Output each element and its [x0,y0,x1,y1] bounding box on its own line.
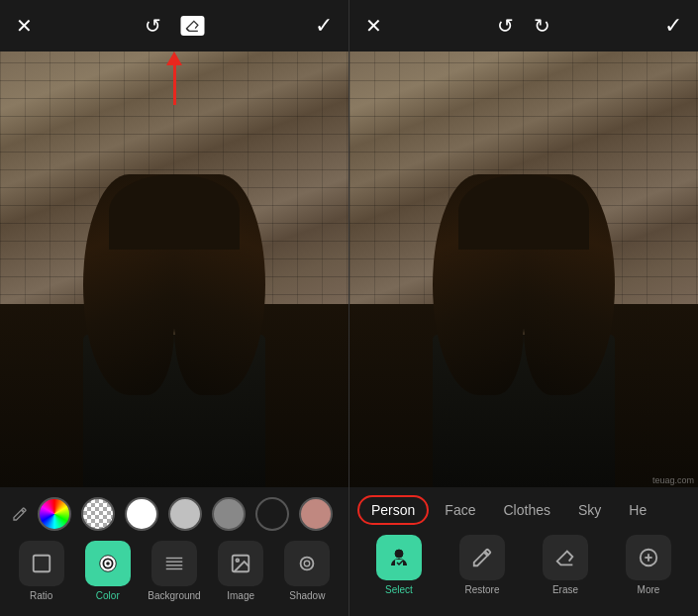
restore-label: Restore [464,584,499,595]
background-icon-box [151,541,197,586]
tab-clothes[interactable]: Clothes [491,497,561,523]
arrow-head [166,51,182,65]
svg-point-10 [301,558,314,570]
tab-face[interactable]: Face [433,497,487,523]
right-panel: ✕ ↺ ↻ ✓ teuag.com [349,0,698,616]
select-label: Select [385,584,413,595]
svg-point-12 [395,550,403,558]
image-icon-box [218,541,263,586]
color-rainbow[interactable] [38,497,71,531]
left-eraser-button[interactable] [181,16,205,36]
right-tool-select[interactable]: Select [372,535,427,595]
watermark: teuag.com [652,475,694,485]
color-black[interactable] [255,497,289,531]
color-icon-box [85,541,131,586]
left-header-center: ↺ [145,14,205,38]
svg-point-11 [305,561,311,566]
hair-top [109,174,240,250]
ratio-label: Ratio [30,590,52,601]
left-photo [0,51,349,487]
right-close-button[interactable]: ✕ [365,14,382,38]
person-figure [44,148,305,487]
select-icon-box [376,535,422,580]
left-undo-button[interactable]: ↺ [145,14,161,38]
left-panel: ✕ ↺ ✓ [0,0,349,616]
left-close-button[interactable]: ✕ [16,14,33,38]
background-label: Background [148,590,200,601]
right-bottom-bar: Person Face Clothes Sky He Select [349,487,698,616]
right-header-center: ↺ ↻ [497,14,550,38]
right-header: ✕ ↺ ↻ ✓ [349,0,698,51]
color-label: Color [96,590,120,601]
right-tool-erase[interactable]: Erase [539,535,593,595]
tool-shadow[interactable]: Shadow [280,541,335,601]
right-redo-button[interactable]: ↻ [534,14,550,38]
color-options-row [0,497,349,531]
left-header: ✕ ↺ ✓ [0,0,349,51]
right-image-area: teuag.com [349,51,698,487]
image-label: Image [227,590,254,601]
erase-label: Erase [552,584,578,595]
right-hair-top [458,174,589,250]
left-confirm-button[interactable]: ✓ [315,13,333,39]
left-bottom-bar: Ratio Color [0,487,349,616]
right-tools-row: Select Restore Erase [349,535,698,595]
right-tool-restore[interactable]: Restore [455,535,510,595]
color-pink[interactable] [299,497,333,531]
shadow-icon-box [284,541,330,586]
left-image-area [0,51,349,487]
right-confirm-button[interactable]: ✓ [664,13,682,39]
erase-icon-box [543,535,588,580]
color-gray[interactable] [212,497,246,531]
tool-color[interactable]: Color [80,541,135,601]
shadow-label: Shadow [289,590,325,601]
tab-person[interactable]: Person [357,495,429,525]
ratio-icon-box [19,541,64,586]
svg-rect-0 [33,556,50,572]
subject-tabs: Person Face Clothes Sky He [349,495,698,525]
svg-point-9 [237,559,240,562]
tab-sky[interactable]: Sky [566,497,613,523]
tab-he[interactable]: He [617,497,658,523]
tool-background[interactable]: Background [147,541,201,601]
tool-image[interactable]: Image [214,541,268,601]
more-icon-box [626,535,671,580]
color-lightgray[interactable] [168,497,202,531]
svg-point-3 [107,563,109,565]
right-photo: teuag.com [349,51,698,487]
color-checker[interactable] [81,497,115,531]
more-label: More [638,584,660,595]
right-tool-more[interactable]: More [622,535,676,595]
arrow-shaft [173,65,176,105]
right-person-figure [393,148,654,487]
arrow-annotation [166,51,182,105]
tool-ratio[interactable]: Ratio [14,541,68,601]
left-tools-row: Ratio Color [0,541,349,601]
color-white[interactable] [125,497,158,531]
pencil-icon [12,506,28,522]
restore-icon-box [459,535,505,580]
right-undo-button[interactable]: ↺ [497,14,514,38]
